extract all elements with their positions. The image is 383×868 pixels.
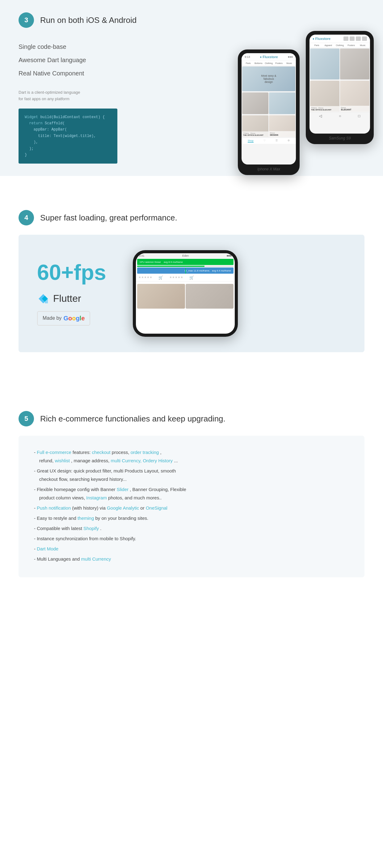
google-text: Google [63, 315, 84, 322]
nav-icon-1 [344, 36, 348, 41]
feature-google-analytic-link: Google Analytic [107, 505, 139, 510]
perf-spacer-1 [137, 266, 234, 267]
feature-homepage: - Flexible homepage config with Banner S… [34, 485, 349, 502]
perf-line [185, 268, 186, 274]
iphone-mockup: 9:13 ♦ Fluxstore ●●● Paris Bottoms Cloth… [238, 50, 300, 175]
section-5-body: - Full e-commerce features: checkout pro… [19, 436, 364, 577]
section-5-number: 5 [19, 411, 34, 427]
product-grid-iphone: For Gen HANG OUT & PARTY TShirts ELEGANT [242, 92, 296, 115]
product-hang-iphone: For Gen HANG OUT & PARTY [242, 92, 269, 114]
feature-ecommerce-text1: features: [73, 450, 92, 455]
feature-homepage-text2: , Banner Grouping, Flexible [130, 487, 186, 492]
app-bar-iphone: 9:13 ♦ Fluxstore ●●● [242, 53, 296, 61]
cat-paris: Paris [243, 62, 253, 64]
perf-ratings-row: ★★★★★ 🛒 ★★★★★ 🛒 [136, 274, 235, 281]
perf-battery: ■■■ [227, 254, 232, 257]
feature-multicurrency-link: multi Currency, Ordery History [111, 458, 173, 463]
app-bar-android: ♦ Fluxstore [310, 35, 370, 43]
feature-theming: - Easy to restyle and theming by on your… [34, 514, 349, 522]
cat-a-apparel: Apparel [323, 44, 334, 46]
perf-bar-bottom-label-left: UI_max 11.6 ms/frame, [184, 269, 210, 272]
product-img-android-office [310, 81, 340, 112]
feature-shopify-text1: - Compatible with latest [34, 526, 83, 531]
iphone-label: Iphone X Max [242, 167, 296, 171]
section-3: 3 Run on both iOS & Android Single code-… [0, 0, 383, 176]
feature-push-text2: or [140, 505, 146, 510]
feature-sync: - Instance synchronization from mobile t… [34, 534, 349, 543]
feature-single-codebase: Single code-base [19, 40, 148, 54]
perf-heart-2: ♡ [228, 285, 232, 290]
feature-dart-mode-dash: - [34, 546, 37, 551]
perf-product-1: ♡ [137, 284, 185, 309]
section-4: 4 Super fast loading, great performance.… [0, 194, 383, 368]
section-4-header: 4 Super fast loading, great performance. [19, 210, 364, 225]
perf-screen: 9:41 Eden ■■■ GPU rasterizer thread avg … [136, 253, 235, 334]
flutter-text: Flutter [53, 293, 81, 304]
android-nav-bar: ◁ ○ □ [310, 112, 370, 119]
section-5-title: Rich e-commerce functionalies and keep u… [40, 414, 225, 424]
section-3-left: Single code-base Awesome Dart language R… [19, 37, 148, 163]
feature-dart-language: Awesome Dart language [19, 54, 148, 67]
cat-a-music: Music [357, 44, 368, 46]
feature-push-text1: (with history) via [72, 505, 107, 510]
feature-theming-text2: by on your branding sites. [95, 516, 148, 521]
product-img-android-hang [340, 49, 370, 80]
section-4-body: 60+fps Flutter Made by Google [19, 235, 364, 352]
feature-ux-text2: checkout flow, searching keyword history… [39, 476, 127, 482]
app-title-android: ♦ Fluxstore [313, 37, 330, 40]
app-title-iphone: ♦ Fluxstore [260, 55, 278, 59]
google-badge: Made by Google [37, 311, 90, 326]
feature-homepage-text1: - Flexible homepage config with Banner [34, 487, 117, 492]
cat-bottoms: Bottoms [253, 62, 263, 64]
product-grid-iphone-2: TShirts Dress THE OFFICE ELEGANT Dress D… [242, 115, 296, 137]
feature-ecommerce-text4: , manage address, [71, 458, 111, 463]
feature-ecommerce: - Full e-commerce features: checkout pro… [34, 448, 349, 465]
feature-shopify: - Compatible with latest Shopify . [34, 524, 349, 532]
divider-3 [0, 368, 383, 377]
iphone-screen: 9:13 ♦ Fluxstore ●●● Paris Bottoms Cloth… [242, 53, 296, 164]
nav-icon-4 [362, 36, 367, 41]
feature-languages: - Multi Languages and multi Currency [34, 555, 349, 563]
section-5: 5 Rich e-commerce functionalies and keep… [0, 396, 383, 593]
feature-shopify-link: Shopify [83, 526, 99, 531]
product-dress-iphone: Dress DESIGN [269, 115, 295, 137]
product-grid-android: For Slim FOR SLIM & BEAUTY For Gen HANG … [310, 48, 370, 80]
feature-dart-mode-link: Dart Mode [37, 546, 58, 551]
feature-homepage-text3: photos, and much mores.. [108, 495, 162, 500]
divider-2 [0, 185, 383, 194]
product-hang-android: For Gen HANG OUT & PARTY [340, 49, 370, 80]
product-img-android-dress [340, 81, 370, 112]
cat-a-posters: Posters [346, 44, 357, 46]
feature-ux: - Great UX design: quick product filter,… [34, 467, 349, 483]
feature-onesignal-link: OneSignal [146, 505, 167, 510]
feature-checkout-link: checkout [92, 450, 111, 455]
category-bar-iphone: Paris Bottoms Clothing Posters Music [242, 61, 296, 66]
perf-time: 9:41 [139, 254, 145, 257]
nav-icon-3 [356, 36, 361, 41]
product-img-dress [269, 115, 295, 137]
feature-ecommerce-text2: process, [112, 450, 131, 455]
product-img-android-slim [310, 49, 340, 80]
product-img-office [242, 115, 269, 137]
perf-bar-top-label: avg 8.9 ms/frame [164, 261, 183, 264]
category-bar-android: Paris Apparel Clothing Posters Music [310, 43, 370, 48]
feature-ecommerce-link: Full e-commerce [37, 450, 71, 455]
product-img-hang [242, 92, 269, 114]
feature-ecommerce-dash: - [34, 450, 37, 455]
product-office-iphone: TShirts Dress THE OFFICE ELEGANT [242, 115, 269, 137]
bottom-nav-iphone: Shop ♡ ☰ ⚙ [242, 137, 296, 144]
feature-shopify-text2: . [100, 526, 101, 531]
feature-slider-link: Slider [117, 487, 129, 492]
feature-list: Single code-base Awesome Dart language R… [19, 40, 148, 80]
android-screen: ♦ Fluxstore Paris Apparel Clothing Poste… [310, 35, 370, 133]
perf-bar-bottom-label: avg 4.4 ms/frame [212, 269, 231, 272]
feature-push-link: Push notification [37, 505, 71, 510]
flutter-icon [37, 292, 49, 305]
section-4-left: 60+fps Flutter Made by Google [37, 261, 114, 326]
perf-heart-1: ♡ [180, 285, 184, 290]
perf-product-2: ♡ [186, 284, 234, 309]
feature-ux-text: - Great UX design: quick product filter,… [34, 468, 176, 473]
perf-phone: 9:41 Eden ■■■ GPU rasterizer thread avg … [133, 250, 238, 337]
product-office-android: TShirts Dress THE OFFICE ELEGANT [310, 81, 340, 112]
feature-description: Dart is a client-optimized languagefor f… [19, 89, 86, 102]
